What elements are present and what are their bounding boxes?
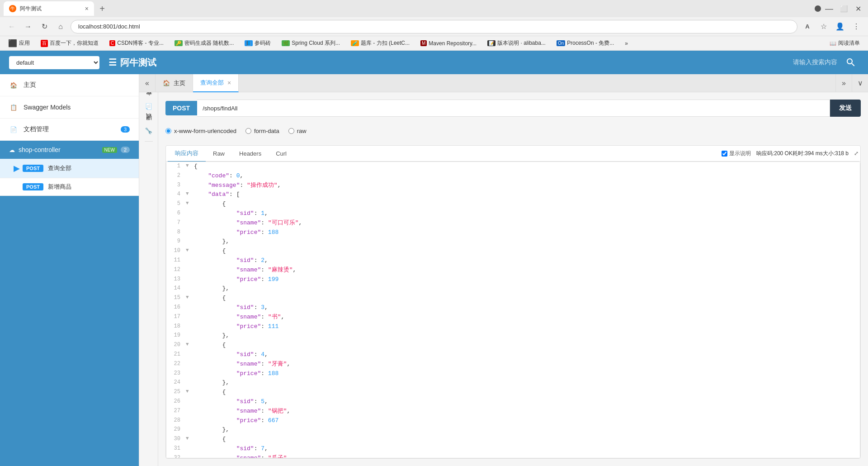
doc-tab-icon: 📄: [145, 102, 152, 110]
debug-tab-icon: 🔧: [145, 127, 152, 135]
json-line-1: 1 ▼ {: [166, 162, 860, 171]
bookmark-maven[interactable]: M Maven Repository...: [418, 39, 479, 48]
search-button[interactable]: [843, 54, 859, 71]
address-bar[interactable]: localhost:8001/doc.html: [71, 20, 797, 33]
menu-button[interactable]: ⋮: [850, 20, 863, 33]
api-item-add-product[interactable]: POST 新增商品: [0, 178, 139, 196]
cloud-icon: ☁: [9, 147, 15, 153]
home-icon: 🏠: [9, 81, 18, 90]
bookmark-mima[interactable]: 🔑 密码生成器 随机数...: [172, 38, 236, 48]
bookmark-leetcode[interactable]: 🧪 题库 - 力扣 (LeetC...: [348, 38, 412, 48]
tab-close-button[interactable]: ×: [85, 5, 89, 12]
json-line-28: 28 "price": 667: [166, 416, 860, 426]
refresh-button[interactable]: ↻: [38, 20, 51, 33]
new-tab-button[interactable]: +: [96, 2, 108, 15]
toggle-12: [186, 266, 192, 274]
radio-raw-input[interactable]: [288, 128, 294, 134]
toggle-30[interactable]: ▼: [186, 435, 192, 443]
json-line-8: 8 "price": 188: [166, 228, 860, 238]
json-line-3: 3 "message": "操作成功",: [166, 181, 860, 190]
json-line-24: 24 },: [166, 378, 860, 388]
environment-dropdown[interactable]: default: [9, 56, 99, 69]
toggle-20[interactable]: ▼: [186, 341, 192, 349]
radio-formdata-input[interactable]: [245, 128, 251, 134]
resp-tab-headers[interactable]: Headers: [232, 147, 269, 162]
bookmark-cankao[interactable]: 📘 参码砖: [242, 38, 274, 48]
bookmark-spring[interactable]: 🌿 Spring Cloud 系列...: [279, 38, 343, 48]
sidebar-item-doc-manage[interactable]: 📄 文档管理 3: [0, 119, 139, 141]
radio-formdata[interactable]: form-data: [245, 128, 279, 134]
url-input[interactable]: [197, 100, 830, 117]
line-num-32: 32: [170, 454, 186, 458]
api-name-add-product: 新增商品: [48, 183, 71, 191]
line-num-13: 13: [170, 275, 186, 284]
sidebar-item-home[interactable]: 🏠 主页: [0, 74, 139, 96]
toggle-26: [186, 397, 192, 405]
radio-raw[interactable]: raw: [288, 128, 307, 134]
toggle-15[interactable]: ▼: [186, 294, 192, 302]
radio-urlencoded[interactable]: x-www-form-urlencoded: [165, 128, 236, 134]
toggle-10[interactable]: ▼: [186, 247, 192, 255]
tab-find-all[interactable]: 查询全部 ×: [193, 74, 239, 92]
tabs-nav-left[interactable]: «: [139, 74, 156, 92]
star-button[interactable]: ☆: [817, 20, 830, 33]
line-num-31: 31: [170, 444, 186, 453]
json-line-20: 20 ▼ {: [166, 341, 860, 350]
line-num-7: 7: [170, 219, 186, 227]
browser-tab[interactable]: 牛 阿牛测试 ×: [4, 1, 94, 16]
tab-favicon: 牛: [9, 5, 16, 12]
controller-header[interactable]: ☁ shop-controller NEW 2: [0, 141, 139, 159]
toggle-19: [186, 331, 192, 339]
left-tab-debug[interactable]: 🔧 调试: [145, 117, 153, 142]
expand-button[interactable]: ⤢: [854, 150, 859, 157]
window-maximize-btn[interactable]: ⬜: [837, 2, 850, 15]
forward-button[interactable]: →: [22, 20, 34, 33]
tabs-expand-btn[interactable]: »: [835, 74, 852, 92]
resp-tab-raw[interactable]: Raw: [206, 147, 232, 162]
line-num-16: 16: [170, 303, 186, 312]
translate-button[interactable]: A: [801, 20, 814, 33]
api-name-find-all: 查询全部: [48, 164, 71, 172]
resp-tab-right: 显示说明 响应码:200 OK耗时:394 ms大小:318 b ⤢: [722, 150, 859, 157]
window-minimize-btn[interactable]: —: [823, 2, 835, 15]
tabs-chevron-btn[interactable]: ∨: [852, 74, 868, 92]
window-close-btn[interactable]: ✕: [852, 2, 864, 15]
doc-manage-badge: 3: [121, 126, 130, 133]
bookmark-baidu[interactable]: 百 百度一下，你就知道: [38, 38, 101, 48]
toggle-16: [186, 303, 192, 311]
bookmark-apps[interactable]: ⬛应用: [5, 38, 33, 48]
left-tab-doc[interactable]: 📄 文档: [145, 92, 153, 117]
toggle-25[interactable]: ▼: [186, 388, 192, 396]
home-button[interactable]: ⌂: [54, 20, 67, 33]
json-line-7: 7 "sname": "可口可乐",: [166, 219, 860, 228]
tab-home[interactable]: 🏠 主页: [156, 74, 193, 92]
active-tab-close[interactable]: ×: [227, 79, 231, 86]
bookmark-processon[interactable]: On ProcessOn - 免费...: [554, 38, 617, 48]
sidebar-bottom: [0, 196, 139, 466]
toggle-1[interactable]: ▼: [186, 162, 192, 170]
bookmark-more[interactable]: »: [622, 39, 631, 48]
resp-tab-curl[interactable]: Curl: [269, 147, 294, 162]
bookmark-csdn[interactable]: C CSDN博客 - 专业...: [107, 38, 166, 48]
address-input[interactable]: localhost:8001/doc.html: [78, 23, 790, 30]
account-button[interactable]: 👤: [834, 20, 846, 33]
line-num-22: 22: [170, 360, 186, 368]
hamburger-icon[interactable]: ☰: [108, 57, 117, 68]
sidebar-item-swagger[interactable]: 📋 Swagger Models: [0, 96, 139, 119]
search-placeholder: 请输入搜索内容: [793, 58, 837, 67]
tab-bar: 牛 阿牛测试 × + — ⬜ ✕: [0, 0, 868, 17]
logo-text: 阿牛测试: [120, 57, 156, 69]
api-item-find-all[interactable]: ▶ POST 查询全部: [0, 159, 139, 178]
show-desc-checkbox[interactable]: 显示说明: [722, 150, 751, 157]
resp-tab-content[interactable]: 响应内容: [168, 146, 206, 162]
show-desc-input[interactable]: [722, 151, 727, 157]
back-button[interactable]: ←: [5, 20, 18, 33]
send-button[interactable]: 发送: [830, 100, 861, 117]
bookmark-alibaba[interactable]: 📝 版本说明 · alibaba...: [485, 38, 548, 48]
toggle-5[interactable]: ▼: [186, 200, 192, 208]
window-record-btn[interactable]: [815, 5, 821, 12]
toggle-6: [186, 209, 192, 217]
bookmark-reader[interactable]: 📖阅读清单: [827, 38, 863, 48]
radio-urlencoded-input[interactable]: [165, 128, 171, 134]
toggle-4[interactable]: ▼: [186, 190, 192, 198]
